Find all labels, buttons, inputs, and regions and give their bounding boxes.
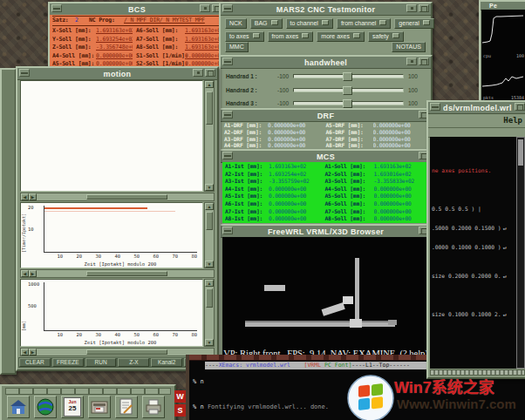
window-menu-icon[interactable] <box>222 152 233 159</box>
printer-icon[interactable] <box>142 396 165 418</box>
mars2-titlebar[interactable]: MARS2 CNC Testmonitor <box>221 3 431 16</box>
help-menu[interactable]: Help <box>503 116 522 125</box>
maximize-icon[interactable] <box>515 103 525 111</box>
bcs-titlebar[interactable]: BCS <box>50 3 224 16</box>
vertical-scrollbar[interactable]: ▲ ▼ <box>204 80 215 192</box>
drf-row: A2-DRF [mm]: 0.000000e+00 A6-DRF [mm]: 0… <box>224 129 427 136</box>
plot2-xlabel: Zeit [Ipotakt] modulo 200 <box>44 340 197 345</box>
x-tick: 60 <box>140 332 159 338</box>
scrollbar-thumb[interactable] <box>518 139 523 166</box>
freewrl-titlebar[interactable]: FreeWRL VRML/X3D Browser <box>221 226 431 238</box>
scrollbar-thumb[interactable] <box>206 91 213 124</box>
vrml-viewport[interactable]: VP: Right front FPS: 9.14 NAV: EXAMINE (… <box>222 237 429 361</box>
editor-titlebar[interactable]: ds/vrmlmodel.wrl <box>428 102 525 114</box>
window-menu-icon[interactable] <box>430 103 440 111</box>
more-axes-menu[interactable]: more axes <box>317 31 365 42</box>
scroll-up-icon[interactable]: ▲ <box>205 280 214 287</box>
x-tick: 80 <box>178 254 197 260</box>
slider-thumb[interactable] <box>343 86 352 95</box>
scrollbar-thumb[interactable] <box>206 288 213 307</box>
slider-thumb[interactable] <box>343 99 352 108</box>
maximize-icon[interactable] <box>419 58 429 65</box>
mcs-value: 0.000000e+00 <box>269 193 322 199</box>
minimize-icon[interactable] <box>406 4 417 12</box>
scroll-down-icon[interactable]: ▼ <box>205 184 214 191</box>
workspace-switcher[interactable] <box>5 388 171 395</box>
motion-button[interactable]: RUN <box>85 358 117 367</box>
window-menu-icon[interactable] <box>222 111 233 119</box>
text-note-icon[interactable] <box>115 396 138 418</box>
scroll-up-icon[interactable]: ▲ <box>205 203 214 210</box>
x-tick: 40 <box>101 254 120 260</box>
scroll-right-icon[interactable]: ▶ <box>29 193 37 200</box>
handwheel-slider[interactable] <box>293 88 404 92</box>
motion-button[interactable]: FREEZE <box>52 358 84 367</box>
maximize-icon[interactable] <box>205 69 215 77</box>
scrollbar-thumb[interactable] <box>86 271 167 276</box>
scroll-right-icon[interactable]: ▶ <box>29 349 37 356</box>
handwheel-rows: Handrad 1 : -100 100 Handrad 2 : -100 10… <box>221 71 431 110</box>
calendar-icon[interactable]: Jun 25 <box>61 396 84 418</box>
window-menu-icon[interactable] <box>222 58 233 65</box>
editor-line <box>432 196 516 206</box>
scrollbar-thumb[interactable] <box>86 194 167 200</box>
mail-icon[interactable] <box>88 396 111 418</box>
scroll-down-icon[interactable]: ▼ <box>205 261 214 268</box>
window-menu-icon[interactable] <box>222 4 233 12</box>
slider-max: 100 <box>408 73 426 79</box>
mmc-button[interactable]: MMC <box>225 42 249 52</box>
slider-thumb[interactable] <box>343 72 352 81</box>
to-channel-menu[interactable]: to channel <box>286 18 333 29</box>
drf-value: 0.000000e+00 <box>373 122 428 128</box>
safety-menu[interactable]: safety <box>368 31 404 42</box>
editor-text-area[interactable]: ne axes positions. 0.5 0.5 0.5 ) | .5000… <box>430 137 516 369</box>
minimize-icon[interactable] <box>193 69 203 77</box>
vertical-scrollbar[interactable]: ▲ ▼ <box>204 279 215 347</box>
minimize-icon[interactable] <box>200 4 210 12</box>
scroll-left-icon[interactable]: ◀ <box>21 270 29 277</box>
handwheel-slider[interactable] <box>293 74 404 78</box>
mcs-value: -3.355759e+02 <box>269 178 322 184</box>
from-channel-menu[interactable]: from channel <box>337 18 391 29</box>
axis-value: 1.693163e+02 <box>96 27 133 34</box>
scroll-up-icon[interactable]: ▲ <box>205 81 214 88</box>
scroll-down-icon[interactable]: ▼ <box>205 339 214 346</box>
horizontal-scrollbar[interactable]: ◀ ▶ <box>20 269 215 278</box>
mcs-titlebar[interactable]: MCS <box>221 151 431 163</box>
motion-titlebar[interactable]: motion <box>17 68 217 80</box>
handwheel-slider[interactable] <box>293 101 404 105</box>
vertical-scrollbar[interactable]: ▲ ▼ <box>204 202 215 268</box>
axis-value: 0.000000e+00 <box>96 52 133 59</box>
drf-value: 0.000000e+00 <box>373 129 428 135</box>
to-axes-menu[interactable]: to axes <box>225 31 264 42</box>
horizontal-scrollbar[interactable]: ◀ ▶ <box>20 193 215 201</box>
motion-button[interactable]: Kanal2 <box>151 358 182 367</box>
editor-menubar: Help <box>428 114 525 128</box>
editor-scrollbar[interactable] <box>516 137 525 369</box>
notaus-button[interactable]: NOTAUS <box>392 42 426 52</box>
nck-button[interactable]: NCK <box>225 18 247 29</box>
bag-menu[interactable]: BAG <box>250 18 283 29</box>
window-menu-icon[interactable] <box>51 4 62 12</box>
scroll-left-icon[interactable]: ◀ <box>21 193 29 200</box>
scrollbar-thumb[interactable] <box>86 349 167 355</box>
handwheel-titlebar[interactable]: handwheel <box>221 57 431 69</box>
browser-globe-icon[interactable] <box>34 396 57 418</box>
motion-button[interactable]: CLEAR <box>19 358 51 367</box>
motion-button[interactable]: Z-X <box>118 358 149 367</box>
from-axes-menu[interactable]: from axes <box>268 31 314 42</box>
general-menu[interactable]: general <box>394 18 433 29</box>
scroll-right-icon[interactable]: ▶ <box>29 270 37 277</box>
scrollbar-thumb[interactable] <box>206 212 213 230</box>
mcs-label: A5-Soll [mm]: <box>325 193 374 199</box>
home-icon[interactable] <box>7 396 30 418</box>
mcs-label: A6-Soll [mm]: <box>325 200 374 207</box>
window-menu-icon[interactable] <box>19 69 30 77</box>
minimize-icon[interactable] <box>406 58 417 65</box>
maximize-icon[interactable] <box>419 4 429 12</box>
scroll-left-icon[interactable]: ◀ <box>21 349 29 356</box>
window-menu-icon[interactable] <box>222 227 233 234</box>
drf-titlebar[interactable]: DRF <box>221 110 431 122</box>
pkts-chart <box>481 58 524 91</box>
plot2-ymid: 500 <box>28 303 37 308</box>
